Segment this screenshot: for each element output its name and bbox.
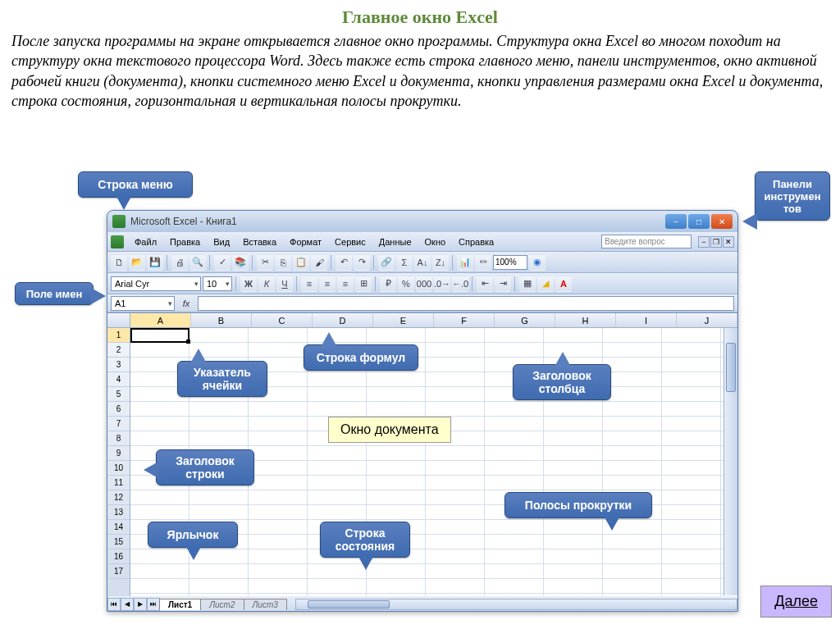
tab-next-icon[interactable]: ▶ [134, 598, 147, 611]
col-header-E[interactable]: E [373, 313, 434, 327]
autosum-icon[interactable]: Σ [396, 254, 413, 271]
fill-color-icon[interactable]: ◢ [537, 276, 554, 292]
menu-format[interactable]: Формат [284, 235, 327, 248]
menu-file[interactable]: Файл [129, 235, 162, 248]
undo-icon[interactable]: ↶ [336, 254, 352, 271]
row-header-14[interactable]: 14 [107, 520, 130, 535]
doc-close-button[interactable]: ✕ [723, 236, 734, 248]
format-painter-icon[interactable]: 🖌 [311, 254, 327, 271]
col-header-B[interactable]: B [191, 313, 252, 327]
row-header-16[interactable]: 16 [107, 549, 130, 564]
active-cell-indicator[interactable] [130, 328, 189, 343]
fx-icon[interactable]: fx [178, 299, 194, 308]
col-header-A[interactable]: A [130, 313, 191, 327]
borders-icon[interactable]: ▦ [519, 276, 536, 292]
col-header-H[interactable]: H [555, 313, 616, 327]
paste-icon[interactable]: 📋 [293, 254, 309, 271]
bold-icon[interactable]: Ж [240, 276, 257, 292]
col-header-G[interactable]: G [495, 313, 555, 327]
row-header-11[interactable]: 11 [107, 476, 130, 490]
decrease-decimal-icon[interactable]: ←.0 [452, 276, 468, 292]
row-header-7[interactable]: 7 [107, 417, 130, 431]
row-header-13[interactable]: 13 [107, 505, 130, 520]
doc-restore-button[interactable]: ❐ [710, 236, 722, 248]
redo-icon[interactable]: ↷ [354, 254, 370, 271]
help-icon[interactable]: ◉ [529, 254, 546, 271]
select-all-corner[interactable] [107, 313, 130, 327]
open-icon[interactable]: 📂 [129, 254, 145, 271]
currency-icon[interactable]: ₽ [380, 276, 396, 292]
row-header-3[interactable]: 3 [107, 358, 130, 372]
row-header-6[interactable]: 6 [107, 402, 130, 417]
sort-desc-icon[interactable]: Z↓ [432, 254, 449, 271]
col-header-J[interactable]: J [677, 313, 737, 327]
drawing-icon[interactable]: ✏ [475, 254, 491, 271]
hyperlink-icon[interactable]: 🔗 [378, 254, 395, 271]
tab-prev-icon[interactable]: ◀ [121, 598, 134, 611]
row-header-4[interactable]: 4 [107, 372, 130, 387]
sheet-tab-2[interactable]: Лист2 [200, 599, 244, 610]
name-box[interactable]: A1 [111, 296, 175, 311]
row-header-5[interactable]: 5 [107, 387, 130, 402]
row-header-1[interactable]: 1 [107, 328, 130, 343]
increase-decimal-icon[interactable]: .0→ [434, 276, 450, 292]
row-header-12[interactable]: 12 [107, 490, 130, 505]
save-icon[interactable]: 💾 [147, 254, 163, 271]
font-name-select[interactable]: Arial Cyr [111, 276, 201, 291]
col-header-D[interactable]: D [313, 313, 373, 327]
align-right-icon[interactable]: ≡ [337, 276, 354, 292]
doc-minimize-button[interactable]: − [698, 236, 710, 248]
sheet-tab-1[interactable]: Лист1 [159, 599, 201, 610]
next-button[interactable]: Далее [760, 586, 832, 618]
merge-center-icon[interactable]: ⊞ [355, 276, 372, 292]
underline-icon[interactable]: Ч [276, 276, 293, 292]
row-header-9[interactable]: 9 [107, 446, 130, 461]
percent-icon[interactable]: % [398, 276, 414, 292]
horizontal-scrollbar[interactable] [295, 599, 737, 610]
menu-view[interactable]: Вид [208, 235, 235, 248]
align-left-icon[interactable]: ≡ [301, 276, 317, 292]
menu-window[interactable]: Окно [419, 235, 452, 248]
menu-help[interactable]: Справка [453, 235, 500, 248]
formula-bar-input[interactable] [198, 296, 734, 311]
col-header-C[interactable]: C [252, 313, 313, 327]
cut-icon[interactable]: ✂ [257, 254, 273, 271]
increase-indent-icon[interactable]: ⇥ [495, 276, 511, 292]
sort-asc-icon[interactable]: A↓ [414, 254, 431, 271]
chart-icon[interactable]: 📊 [457, 254, 473, 271]
row-header-8[interactable]: 8 [107, 431, 130, 446]
menu-tools[interactable]: Сервис [329, 235, 372, 248]
maximize-button[interactable]: □ [688, 214, 710, 229]
hscroll-thumb[interactable] [308, 600, 390, 608]
col-header-F[interactable]: F [434, 313, 495, 327]
italic-icon[interactable]: К [258, 276, 275, 292]
menu-data[interactable]: Данные [373, 235, 418, 248]
vertical-scrollbar[interactable] [724, 328, 737, 595]
menu-insert[interactable]: Вставка [237, 235, 282, 248]
help-question-input[interactable]: Введите вопрос [601, 235, 692, 248]
row-header-10[interactable]: 10 [107, 461, 130, 476]
minimize-button[interactable]: − [665, 214, 687, 229]
sheet-tab-3[interactable]: Лист3 [244, 599, 287, 610]
font-color-icon[interactable]: A [555, 276, 572, 292]
row-header-15[interactable]: 15 [107, 535, 130, 549]
new-icon[interactable]: 🗋 [111, 254, 127, 271]
comma-icon[interactable]: 000 [416, 276, 432, 292]
row-header-17[interactable]: 17 [107, 564, 130, 579]
tab-last-icon[interactable]: ⏭ [147, 598, 160, 611]
align-center-icon[interactable]: ≡ [319, 276, 336, 292]
print-preview-icon[interactable]: 🔍 [189, 254, 206, 271]
font-size-select[interactable]: 10 [203, 276, 232, 291]
decrease-indent-icon[interactable]: ⇤ [477, 276, 493, 292]
close-button[interactable]: ✕ [711, 214, 733, 229]
row-header-2[interactable]: 2 [107, 343, 130, 358]
vscroll-thumb[interactable] [726, 343, 736, 392]
print-icon[interactable]: 🖨 [171, 254, 188, 271]
copy-icon[interactable]: ⎘ [275, 254, 291, 271]
menu-edit[interactable]: Правка [164, 235, 206, 248]
zoom-input[interactable]: 100% [493, 255, 527, 270]
spellcheck-icon[interactable]: ✓ [214, 254, 231, 271]
col-header-I[interactable]: I [616, 313, 677, 327]
research-icon[interactable]: 📚 [232, 254, 249, 271]
tab-first-icon[interactable]: ⏮ [107, 598, 121, 611]
